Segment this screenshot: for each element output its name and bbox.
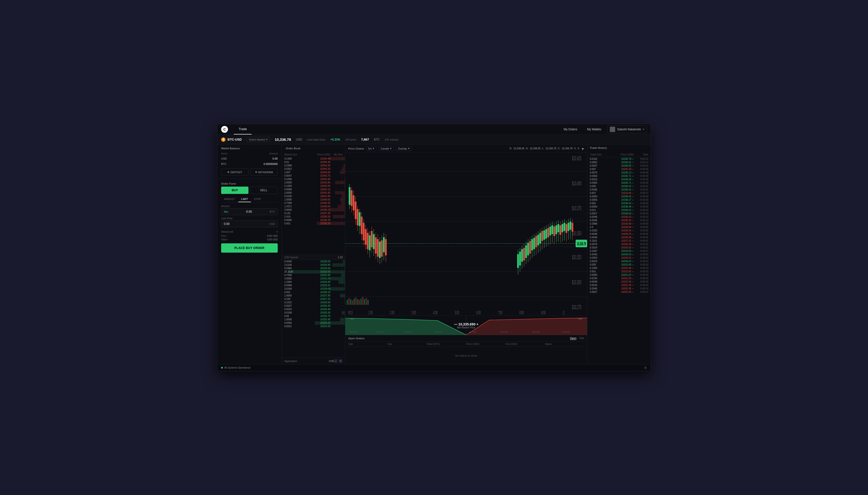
down-arrow-icon: ↗ <box>632 281 634 283</box>
bid-price: 10326.30 <box>308 311 330 314</box>
status-bar: All Systems Operational ⚙ <box>217 364 651 371</box>
ask-row[interactable]: 2.0000 10341.95 - <box>282 191 345 194</box>
change-label: 24h price <box>345 138 356 141</box>
bid-row[interactable]: 0.0999 10329.25 - <box>282 284 345 287</box>
ask-row[interactable]: 0.132 10337.35 - <box>282 211 345 215</box>
bid-row[interactable]: 0.7599 10332.90 - <box>282 274 345 277</box>
ask-row[interactable]: 0.6100 10341.80 - <box>282 194 345 198</box>
ask-row[interactable]: 2.0000 10342.85 - <box>282 181 345 184</box>
open-tab[interactable]: Open <box>570 337 577 340</box>
ask-row[interactable]: 0.1000 10342.90 - <box>282 177 345 181</box>
ask-size: 0.2999 <box>284 164 308 167</box>
trade-price: 10337.02 ↗ <box>612 239 634 242</box>
ask-row[interactable]: 0.2999 10344.35 - <box>282 164 345 167</box>
candle-type-selector[interactable]: Candle ▾ <box>378 146 394 151</box>
svg-text:8:00: 8:00 <box>519 310 524 315</box>
decrease-aggregation-button[interactable]: − <box>334 359 338 363</box>
gear-icon[interactable]: ⚙ <box>644 366 647 370</box>
bid-row[interactable]: 2.5100 10334.95 - <box>282 263 345 267</box>
chevron-down-icon: ▾ <box>277 231 278 233</box>
bid-row[interactable]: 6.0000 10325.25 - <box>282 321 345 325</box>
volume-24h: 7,867 <box>361 138 369 141</box>
bid-row[interactable]: 0.0021 10324.50 - <box>282 325 345 328</box>
trade-size: 0.0048 <box>590 280 612 283</box>
timeframe-selector[interactable]: 5m ▾ <box>366 146 376 151</box>
trade-history-row: 0.0046 10338.42 ↗ 9:49:42 <box>587 188 651 191</box>
ask-row[interactable]: 0.01 10344.40 - <box>282 160 345 164</box>
bid-row[interactable]: 25.3100 10333.00 - <box>282 270 345 274</box>
advanced-row[interactable]: Advanced ▾ <box>217 229 282 234</box>
my-orders-button[interactable]: My Orders <box>560 126 581 133</box>
bid-row[interactable]: 0.05 10325.75 - <box>282 314 345 318</box>
increase-aggregation-button[interactable]: + <box>339 359 343 363</box>
next-icon[interactable]: ▶ <box>582 147 584 150</box>
ask-row[interactable]: 2.414 10336.55 - <box>282 215 345 218</box>
v-value: 0 <box>578 147 579 150</box>
bid-row[interactable]: 0.0023 10326.40 - <box>282 308 345 311</box>
bid-my-size: - <box>330 274 343 276</box>
bid-row[interactable]: 0.6168 10326.30 - <box>282 311 345 314</box>
svg-rect-40 <box>367 300 369 305</box>
trade-size: 0.0076 <box>590 243 612 245</box>
ask-row[interactable]: 3.1400 10344.45 - <box>282 157 345 160</box>
stop-tab[interactable]: STOP <box>251 197 264 202</box>
withdraw-button[interactable]: ⊕ WITHDRAW <box>250 169 278 176</box>
bid-row[interactable]: 3.0268 10329.00 - <box>282 287 345 291</box>
trade-history-row: 0.0952 10336.81 ↗ 9:50:14 <box>587 160 651 164</box>
ask-row[interactable]: 1.4371 10340.00 - <box>282 205 345 208</box>
ask-row[interactable]: 0.0047 10343.75 - <box>282 174 345 177</box>
ask-row[interactable]: 0.5922 10344.30 - <box>282 167 345 171</box>
ask-row[interactable]: 3.0000 10339.25 - <box>282 208 345 211</box>
ask-row[interactable]: 0.7599 10340.35 - <box>282 201 345 205</box>
bid-row[interactable]: 0.100 10327.25 - <box>282 297 345 301</box>
trade-price: 10338.42 ↗ <box>612 209 634 211</box>
fills-tab[interactable]: Fills <box>579 337 584 340</box>
trade-size: 0.3442 <box>590 253 612 256</box>
max-link[interactable]: Max <box>224 210 228 213</box>
overlay-selector[interactable]: Overlay ▾ <box>396 146 412 151</box>
bid-row[interactable]: 0.1022 10326.50 - <box>282 301 345 304</box>
market-tab[interactable]: MARKET <box>221 197 238 202</box>
fee-row: Fee ≈ 0.00 USD <box>217 234 282 238</box>
trade-history-row: 0.0023 10336.05 ↗ 9:49:48 <box>587 177 651 181</box>
open-orders-title: Open Orders <box>348 337 570 340</box>
bid-row[interactable]: 1.0000 10325.45 - <box>282 318 345 321</box>
deposit-button[interactable]: ⊕ DEPOSIT <box>221 169 248 176</box>
ask-row[interactable]: 5.601 10336.30 - <box>282 222 345 225</box>
limit-tab[interactable]: LIMIT <box>238 197 251 202</box>
trade-size: 0.0046 <box>590 233 612 235</box>
my-wallets-button[interactable]: My Wallets <box>583 126 605 133</box>
chevron-down-icon: ▾ <box>408 147 410 150</box>
volume-label: 24h volume <box>385 138 399 141</box>
bid-row[interactable]: 3.0000 10331.00 - <box>282 277 345 280</box>
ask-row[interactable]: 1.0000 10340.65 - <box>282 198 345 201</box>
trade-price: 10336.02 ↗ <box>612 260 634 262</box>
trade-time: 9:49:19 <box>634 216 648 218</box>
trade-time: 9:49:06 <box>634 222 648 225</box>
bid-row[interactable]: 1.0000 10327.95 - <box>282 294 345 297</box>
svg-text:10,336.78: 10,336.78 <box>577 241 586 246</box>
bid-row[interactable]: 0.0984 10333.50 - <box>282 267 345 270</box>
limit-price-input[interactable]: 0.00 USD <box>221 220 278 227</box>
trade-time: 9:48:53 <box>634 263 648 266</box>
svg-text:$10,530: $10,530 <box>563 331 570 333</box>
trade-history-row: 0.0047 10338.05 ↗ 9:50:02 <box>587 164 651 167</box>
buy-tab[interactable]: BUY <box>221 187 248 194</box>
place-buy-order-button[interactable]: PLACE BUY ORDER <box>221 243 278 253</box>
market-select[interactable]: Select Market ▾ <box>247 137 270 142</box>
nav-tab-trade[interactable]: Trade <box>234 124 252 135</box>
bid-row[interactable]: 0.4045 10335.05 - <box>282 260 345 263</box>
ask-price: 10340.65 <box>308 198 330 201</box>
ask-row[interactable]: 0.1000 10342.65 - <box>282 184 345 188</box>
sell-tab[interactable]: SELL <box>250 187 278 194</box>
bid-size: 1.0000 <box>284 294 308 297</box>
bid-row[interactable]: 0.001 10328.15 - <box>282 291 345 294</box>
svg-text:9:00: 9:00 <box>541 310 545 315</box>
bid-row[interactable]: 0.0037 10326.45 - <box>282 304 345 308</box>
ask-row[interactable]: 0.0000 10336.35 - <box>282 218 345 222</box>
user-area[interactable]: Satoshi Nakamoto ▾ <box>607 125 647 133</box>
amount-input[interactable]: Max 0.00 BTC <box>221 208 278 215</box>
ask-row[interactable]: 0.0688 10342.15 - <box>282 188 345 191</box>
ask-row[interactable]: 1.007 10344.00 - <box>282 171 345 174</box>
bid-row[interactable]: 1.2904 10329.35 - <box>282 280 345 284</box>
